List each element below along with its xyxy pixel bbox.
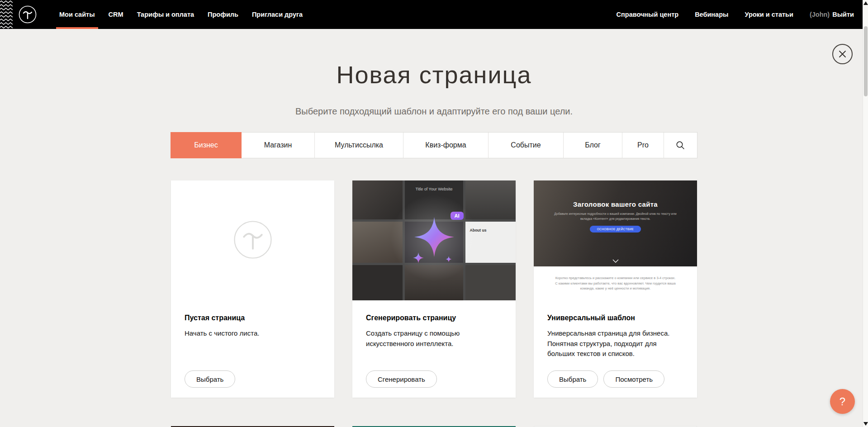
nav-item-label: Профиль — [208, 11, 238, 18]
tab-label: Мультиссылка — [335, 141, 383, 149]
nav-item-pricing[interactable]: Тарифы и оплата — [130, 0, 201, 29]
nav-item-label: Тарифы и оплата — [137, 11, 194, 18]
universal-template-preview: Заголовок вашего сайта Добавьте интересн… — [534, 180, 697, 300]
blank-page-preview — [171, 180, 334, 300]
search-icon — [676, 141, 685, 150]
card-body: Пустая страница Начать с чистого листа. … — [171, 300, 334, 398]
scrollbar-thumb[interactable] — [864, 26, 868, 96]
nav-item-label: Пригласи друга — [252, 11, 303, 18]
card-footer: Сгенерировать — [366, 370, 502, 398]
preview-text-section: Коротко представьтесь и расскажите о ком… — [534, 266, 697, 300]
tab-label: Магазин — [264, 141, 292, 149]
nav-item-label: CRM — [109, 11, 123, 18]
card-title: Пустая страница — [185, 314, 321, 322]
tab-pro[interactable]: Pro — [622, 133, 664, 158]
ai-generate-preview: Title of Your Website About us — [352, 180, 516, 300]
ai-sparkle-small-icon — [413, 252, 424, 263]
secondary-nav: Справочный центр Вебинары Уроки и статьи… — [617, 11, 854, 18]
main-nav: Мои сайты CRM Тарифы и оплата Профиль Пр… — [52, 0, 309, 29]
tab-business[interactable]: Бизнес — [171, 132, 242, 158]
choose-blank-button[interactable]: Выбрать — [185, 370, 235, 388]
ai-badge: AI — [451, 212, 464, 220]
card-description: Начать с чистого листа. — [185, 328, 321, 339]
tab-blog[interactable]: Блог — [564, 133, 622, 158]
card-body: Универсальный шаблон Универсальная стран… — [534, 300, 697, 398]
user-name: (John) — [810, 11, 830, 18]
top-navbar: Мои сайты CRM Тарифы и оплата Профиль Пр… — [0, 0, 868, 29]
template-cards-grid: Пустая страница Начать с чистого листа. … — [171, 180, 697, 398]
preview-heading: Заголовок вашего сайта — [534, 200, 697, 208]
logout-button[interactable]: (John) Выйти — [810, 11, 854, 18]
tab-label: Квиз-форма — [425, 141, 466, 149]
page-subtitle: Выберите подходящий шаблон и адаптируйте… — [0, 106, 868, 117]
nav-item-invite-friend[interactable]: Пригласи друга — [245, 0, 309, 29]
nav-item-label: Уроки и статьи — [745, 11, 793, 18]
preview-hero-section: Заголовок вашего сайта Добавьте интересн… — [534, 180, 697, 266]
tab-quiz-form[interactable]: Квиз-форма — [403, 133, 489, 158]
template-category-tabs: Бизнес Магазин Мультиссылка Квиз-форма С… — [171, 132, 697, 158]
tab-label: Блог — [585, 141, 601, 149]
tab-event[interactable]: Событие — [489, 133, 564, 158]
tab-search-button[interactable] — [664, 133, 697, 158]
choose-universal-button[interactable]: Выбрать — [547, 370, 598, 388]
logout-label: Выйти — [832, 11, 854, 18]
close-button[interactable] — [832, 44, 853, 64]
tab-label: Pro — [637, 141, 649, 149]
nav-item-webinars[interactable]: Вебинары — [695, 11, 728, 18]
card-body: Сгенерировать страницу Создать страницу … — [352, 300, 516, 398]
new-page-modal: Новая страница Выберите подходящий шабло… — [0, 29, 868, 427]
generate-page-button[interactable]: Сгенерировать — [366, 370, 437, 388]
card-description: Универсальная страница для бизнеса. Поня… — [547, 328, 683, 359]
tab-label: Бизнес — [194, 141, 218, 149]
template-card-blank: Пустая страница Начать с чистого листа. … — [171, 180, 334, 398]
page-title: Новая страница — [0, 61, 868, 89]
nav-item-lessons[interactable]: Уроки и статьи — [745, 11, 793, 18]
tab-label: Событие — [511, 141, 541, 149]
scrollbar-up-arrow-icon[interactable] — [863, 1, 868, 5]
nav-item-profile[interactable]: Профиль — [201, 0, 245, 29]
close-icon — [839, 50, 846, 58]
tilda-logo-icon[interactable] — [18, 5, 37, 24]
nav-item-crm[interactable]: CRM — [102, 0, 130, 29]
template-card-universal: Заголовок вашего сайта Добавьте интересн… — [534, 180, 697, 398]
ai-sparkle-icon — [414, 217, 454, 257]
help-button[interactable]: ? — [830, 389, 855, 414]
preview-universal-button[interactable]: Посмотреть — [603, 370, 664, 388]
preview-body-text: Коротко представьтесь и расскажите о ком… — [555, 275, 676, 291]
scrollbar-down-arrow-icon[interactable] — [863, 422, 868, 426]
chevron-down-icon — [612, 259, 619, 263]
preview-subtext: Добавьте интересные подробности о вашей … — [553, 212, 677, 222]
nav-item-label: Справочный центр — [617, 11, 679, 18]
card-footer: Выбрать — [185, 370, 321, 398]
card-title: Сгенерировать страницу — [366, 314, 502, 322]
card-title: Универсальный шаблон — [547, 314, 683, 322]
card-description: Создать страницу с помощью искусственног… — [366, 328, 502, 349]
nav-item-my-sites[interactable]: Мои сайты — [52, 0, 102, 29]
tab-multilink[interactable]: Мультиссылка — [315, 133, 403, 158]
scrollbar — [863, 0, 868, 427]
tilda-watermark-icon — [232, 219, 274, 262]
nav-item-label: Вебинары — [695, 11, 728, 18]
ai-sparkle-tiny-icon — [446, 256, 452, 262]
card-footer: Выбрать Посмотреть — [547, 370, 683, 398]
tab-shop[interactable]: Магазин — [242, 133, 315, 158]
nav-item-help-center[interactable]: Справочный центр — [617, 11, 679, 18]
preview-cta-button: ОСНОВНОЕ ДЕЙСТВИЕ — [590, 226, 641, 232]
nav-item-label: Мои сайты — [59, 11, 95, 18]
template-card-generate: Title of Your Website About us — [352, 180, 516, 398]
zigzag-pattern-icon — [0, 0, 13, 29]
